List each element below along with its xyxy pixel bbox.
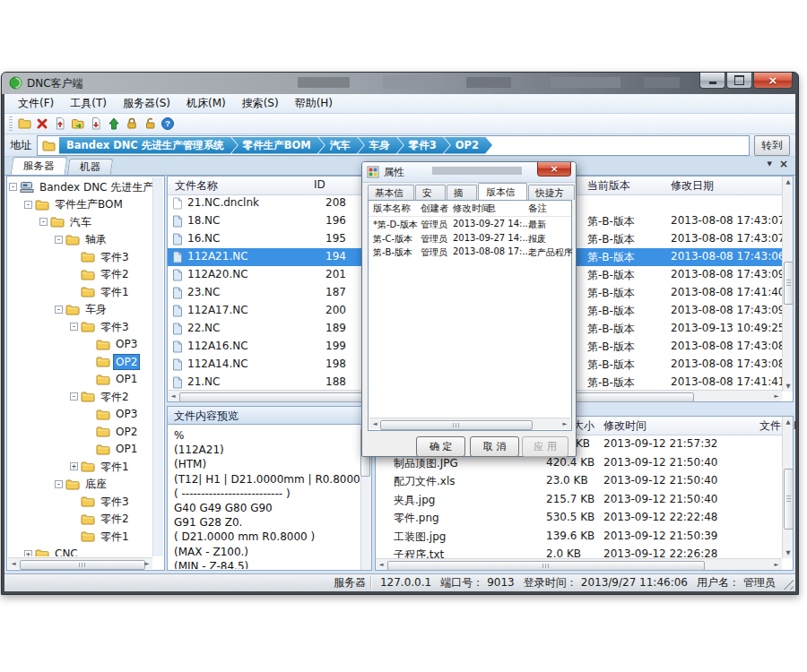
delete-icon[interactable] [33, 116, 51, 133]
scroll-up-icon[interactable]: ▲ [783, 417, 794, 427]
tree-expander-icon[interactable]: - [70, 392, 78, 401]
minimize-button[interactable] [699, 73, 725, 89]
open-folder-icon[interactable] [69, 116, 87, 133]
lock-icon[interactable] [123, 116, 141, 133]
attachment-row[interactable]: 零件.png 530.5 KB 2013-09-12 22:22:48 [376, 508, 782, 527]
scroll-left-icon[interactable]: ◄ [168, 391, 178, 401]
version-row[interactable]: *第-D-版本 管理员 2013-09-27 14:... 最新 [369, 218, 571, 232]
panel-close-icon[interactable]: × [779, 159, 788, 169]
maximize-button[interactable] [726, 73, 752, 89]
column-header-creator[interactable]: 创建者 [421, 202, 449, 215]
tree-expander-icon[interactable]: - [55, 480, 63, 488]
tree-node[interactable]: 零件1 [9, 528, 152, 546]
tree-vertical-scrollbar[interactable] [152, 177, 163, 556]
column-header-time[interactable]: 修改时间 [603, 418, 646, 434]
toolbar-grip[interactable] [9, 116, 13, 131]
checkout-file-icon[interactable] [87, 116, 105, 133]
tree-node[interactable]: 零件2 [9, 511, 152, 529]
tree-node[interactable]: OP3 [9, 336, 152, 354]
scrollbar-thumb[interactable] [784, 469, 794, 530]
attachments-vertical-scrollbar[interactable]: ▲ ▼ [782, 417, 793, 558]
dialog-button[interactable]: 取 消 [470, 436, 519, 457]
menu-item[interactable]: 帮助(H) [287, 95, 341, 112]
scroll-down-icon[interactable]: ▼ [783, 381, 794, 392]
tree-node[interactable]: - 底座 [9, 476, 152, 494]
scrollbar-thumb[interactable] [20, 560, 145, 570]
scroll-left-icon[interactable]: ◄ [8, 558, 19, 569]
breadcrumb-segment[interactable]: 汽车 [318, 137, 364, 154]
attachment-row[interactable]: 夹具.jpg 215.7 KB 2013-09-12 21:50:40 [376, 490, 782, 509]
unlock-icon[interactable] [141, 116, 159, 133]
scrollbar-thumb[interactable] [387, 561, 705, 571]
tree-node[interactable]: OP1 [9, 371, 152, 389]
tree-expander-icon[interactable]: + [24, 550, 32, 556]
tree-node[interactable]: 零件3 [9, 248, 152, 266]
column-header-name[interactable]: 文件名称 [175, 178, 218, 194]
dialog-tab[interactable]: 版本信息 [478, 183, 528, 200]
dialog-button[interactable]: 确 定 [416, 436, 465, 457]
dialog-tab[interactable]: 摘要 [447, 185, 477, 200]
nc-code-preview[interactable]: %(112A21)(HTM)(T12| H1 | D21.0000mm | R0… [169, 426, 360, 569]
go-button[interactable]: 转到 [754, 135, 790, 156]
tree-node[interactable]: - 零件3 [9, 318, 152, 336]
attachment-row[interactable]: 工装图.jpg 139.6 KB 2013-09-12 21:50:39 [376, 527, 782, 546]
breadcrumb-segment[interactable]: OP2 [444, 137, 492, 154]
dialog-tab[interactable]: 基本信息 [368, 185, 414, 200]
view-tab[interactable]: 机器 [66, 159, 113, 175]
tree-node[interactable]: OP1 [9, 441, 152, 459]
column-header-note[interactable]: 备注 [528, 202, 547, 215]
attachments-horizontal-scrollbar[interactable]: ◄ ► [376, 558, 782, 570]
breadcrumb-segment[interactable]: Bandex DNC 先进生产管理系统 [59, 137, 238, 154]
dialog-button[interactable]: 应 用 [522, 436, 568, 457]
version-row[interactable]: 第-B-版本 管理员 2013-08-08 17:... 老产品程序 [369, 246, 571, 260]
dialog-close-button[interactable]: × [537, 162, 571, 177]
tree-node[interactable]: - 车身 [9, 301, 152, 319]
breadcrumb-segment[interactable]: 零件生产BOM [231, 137, 325, 154]
breadcrumb-segment[interactable]: 车身 [358, 137, 404, 154]
checkin-file-icon[interactable] [51, 116, 69, 133]
tree-node[interactable]: + 零件1 [9, 458, 152, 476]
column-header-date[interactable]: 修改日期 [671, 178, 714, 194]
tree-expander-icon[interactable]: - [24, 201, 32, 209]
tree-node[interactable]: - 汽车 [9, 213, 152, 231]
tree-node[interactable]: + CNC [9, 546, 152, 557]
list-vertical-scrollbar[interactable]: ▲ ▼ [782, 177, 793, 392]
titlebar[interactable]: DNC客户端 × [2, 73, 798, 94]
menu-item[interactable]: 工具(T) [62, 95, 115, 112]
dialog-tab[interactable]: 安全 [415, 185, 446, 200]
menu-item[interactable]: 机床(M) [178, 95, 234, 112]
tree-node[interactable]: - 轴承 [9, 231, 152, 249]
dialog-titlebar[interactable]: 属性 × [362, 162, 576, 183]
version-horizontal-scrollbar[interactable]: ◄ ► [369, 418, 570, 429]
resize-grip[interactable] [783, 579, 794, 590]
column-header-version[interactable]: 当前版本 [587, 178, 630, 194]
tree-node[interactable]: 零件3 [9, 493, 152, 511]
tree-node[interactable]: OP2 [9, 423, 152, 441]
tree-node[interactable]: - 零件生产BOM [9, 196, 152, 214]
tree-node[interactable]: - Bandex DNC 先进生产管理系统 [9, 178, 152, 196]
column-header-version-name[interactable]: 版本名称 [373, 202, 411, 215]
scroll-left-icon[interactable]: ◄ [376, 559, 386, 570]
version-row[interactable]: 第-C-版本 管理员 2013-09-27 14:... 报废 [369, 232, 571, 246]
scroll-down-icon[interactable]: ▼ [783, 547, 794, 558]
address-field[interactable]: Bandex DNC 先进生产管理系统零件生产BOM汽车车身零件3OP2 [37, 135, 750, 156]
dialog-tab[interactable]: 快捷方式 [528, 185, 575, 200]
address-folder-icon[interactable] [38, 137, 59, 154]
view-tab[interactable]: 服务器 [11, 157, 67, 175]
tree-expander-icon[interactable]: - [39, 218, 48, 226]
tree-expander-icon[interactable]: - [9, 183, 17, 191]
scroll-right-icon[interactable]: ► [771, 391, 782, 401]
scrollbar-thumb[interactable] [380, 420, 533, 430]
column-header-modified[interactable]: 修改时间 [453, 202, 490, 215]
tree-expander-icon[interactable]: - [70, 323, 78, 331]
column-header-id[interactable]: ID [314, 178, 325, 191]
menu-item[interactable]: 服务器(S) [115, 95, 178, 112]
scroll-left-icon[interactable]: ◄ [369, 418, 380, 429]
scroll-right-icon[interactable]: ► [142, 558, 152, 569]
scrollbar-thumb[interactable] [784, 262, 794, 305]
tree-node[interactable]: - 零件2 [9, 388, 152, 406]
tree-node[interactable]: 零件2 [9, 266, 152, 284]
tree-node[interactable]: OP3 [9, 406, 152, 424]
scroll-right-icon[interactable]: ► [560, 418, 570, 429]
close-button[interactable]: × [753, 73, 793, 89]
